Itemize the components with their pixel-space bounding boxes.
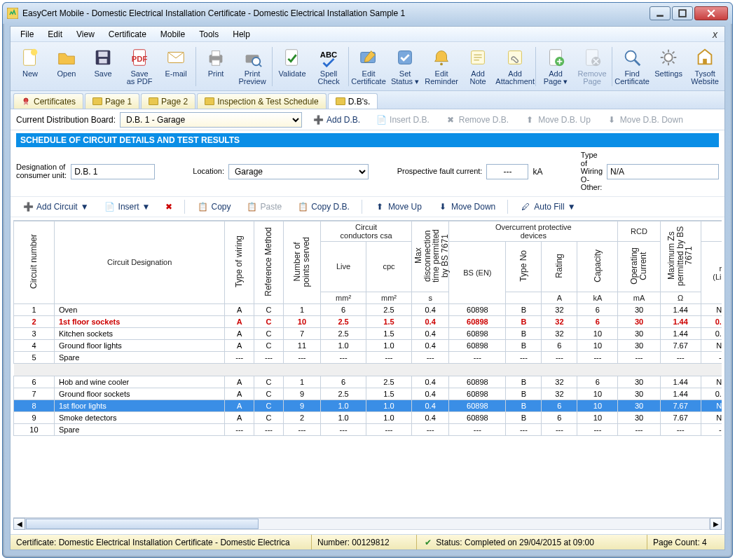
table-row[interactable]: 6Hob and wine coolerAC162.50.460898B3263…	[14, 376, 722, 388]
move-down-button[interactable]: ⬇Move Down	[431, 198, 502, 215]
reminder-button[interactable]: Edit Reminder	[423, 43, 460, 90]
open-button[interactable]: Open	[48, 43, 85, 90]
email-button[interactable]: E-mail	[158, 43, 194, 90]
table-row[interactable]: 7Ground floor socketsAC92.51.50.460898B3…	[14, 388, 722, 399]
col-typeno: Type No	[506, 241, 542, 292]
tabstrip: CertificatesPage 1Page 2Inspection & Tes…	[11, 91, 724, 109]
addnote-button[interactable]: Add Note	[460, 43, 496, 90]
grid-scroll[interactable]: Circuit number Circuit Designation Type …	[13, 220, 722, 517]
svg-rect-1	[657, 15, 664, 16]
settings-button[interactable]: Settings	[650, 43, 687, 90]
menu-mobile[interactable]: Mobile	[153, 28, 192, 41]
addatt-button[interactable]: Add Attachment	[496, 43, 534, 90]
website-label: Tysoft Website	[691, 70, 719, 86]
insert-icon: 📄	[104, 201, 116, 212]
addatt-label: Add Attachment	[495, 70, 535, 86]
menu-file[interactable]: File	[13, 28, 41, 41]
copy-icon: 📋	[197, 201, 208, 212]
col-grp-ocpd: Overcurrent protective devices	[449, 221, 618, 241]
status-button[interactable]: Set Status ▾	[387, 43, 423, 90]
movedown-icon: ⬇	[606, 114, 617, 125]
table-row[interactable]: 5Spare----------------------------------…	[14, 351, 722, 363]
col-cap-u: kA	[577, 292, 618, 303]
designation-label: Designation of consumer unit:	[16, 163, 67, 179]
auto-fill-button[interactable]: 🖊Auto Fill ▼	[514, 198, 582, 215]
wiring-input[interactable]	[607, 164, 719, 179]
paste-button[interactable]: 📋Paste	[240, 198, 289, 215]
addpage-button[interactable]: Add Page ▾	[537, 43, 574, 90]
form-row: Designation of consumer unit: Location: …	[11, 147, 724, 196]
designation-input[interactable]	[71, 164, 155, 179]
app-icon	[7, 8, 18, 19]
close-x-button[interactable]: x	[708, 29, 722, 40]
pfc-input[interactable]	[486, 164, 528, 179]
print-button[interactable]: Print	[198, 43, 234, 90]
svg-rect-12	[212, 50, 219, 56]
copy-db-button[interactable]: 📋Copy D.B.	[291, 198, 356, 215]
move-up-button[interactable]: ⬆Move Up	[368, 198, 428, 215]
current-db-select[interactable]: D.B. 1 - Garage	[120, 112, 302, 128]
movedown-button[interactable]: ⬇Move D.B. Down	[600, 112, 689, 128]
print-label: Print	[208, 70, 224, 78]
table-row[interactable]: 21st floor socketsAC102.51.50.460898B326…	[14, 315, 722, 327]
scroll-left-button[interactable]: ◀	[13, 518, 25, 530]
moveup-button[interactable]: ⬆Move D.B. Up	[518, 112, 597, 128]
menu-view[interactable]: View	[69, 28, 102, 41]
tab-d-b-s-[interactable]: D.B's.	[328, 93, 378, 109]
tab-page-2[interactable]: Page 2	[141, 93, 195, 109]
spell-button[interactable]: ABCSpell Check	[310, 43, 347, 90]
website-button[interactable]: Tysoft Website	[687, 43, 723, 90]
editcert-button[interactable]: Edit Certificate	[350, 43, 387, 90]
savepdf-button[interactable]: PDFSave as PDF	[121, 43, 158, 90]
status-status: Status: Completed on 29/04/2015 at 09:00	[436, 538, 594, 547]
table-row[interactable]: 1OvenAC162.50.460898B326301.44N/A	[14, 303, 722, 315]
insertdb-button[interactable]: 📄Insert D.B.	[369, 112, 436, 128]
adddb-button[interactable]: ➕Add D.B.	[306, 112, 366, 128]
maximize-button[interactable]	[672, 6, 693, 20]
open-label: Open	[57, 70, 76, 78]
tab-page-1[interactable]: Page 1	[85, 93, 139, 109]
pfc-label: Prospective fault current:	[397, 168, 483, 176]
col-designation: Circuit Designation	[54, 221, 224, 303]
folder-icon	[205, 97, 214, 105]
removedb-button[interactable]: ✖Remove D.B.	[439, 112, 515, 128]
validate-button[interactable]: Validate	[274, 43, 310, 90]
copy-button[interactable]: 📋Copy	[191, 198, 237, 215]
close-button[interactable]	[694, 6, 728, 20]
svg-rect-13	[212, 60, 219, 65]
menubar: FileEditViewCertificateMobileToolsHelpx	[11, 27, 724, 42]
circuit-toolbar: ➕Add Circuit ▼ 📄Insert ▼ ✖ 📋Copy 📋Paste …	[11, 196, 724, 217]
table-row[interactable]: 10Spare---------------------------------…	[14, 423, 722, 435]
menu-help[interactable]: Help	[226, 28, 257, 41]
tab-certificates[interactable]: Certificates	[13, 93, 83, 109]
col-grp-rcd: RCD	[618, 221, 660, 241]
delete-circuit-button[interactable]: ✖	[159, 198, 179, 215]
save-button[interactable]: Save	[85, 43, 121, 90]
findcert-button[interactable]: Find Certificate	[614, 43, 650, 90]
location-select[interactable]: Garage	[228, 164, 369, 179]
svg-rect-7	[99, 58, 107, 63]
scroll-right-button[interactable]: ▶	[710, 518, 722, 530]
email-label: E-mail	[165, 70, 186, 78]
table-row[interactable]: 9Smoke detectorsAC21.01.00.460898B610307…	[14, 411, 722, 423]
col-cpc: cpc	[366, 241, 412, 292]
tab-inspection-test-schedule[interactable]: Inspection & Test Schedule	[197, 93, 327, 109]
table-row[interactable]: 4Ground floor lightsAC111.01.00.460898B6…	[14, 339, 722, 351]
removepage-button[interactable]: Remove Page	[574, 43, 610, 90]
preview-button[interactable]: Print Preview	[234, 43, 270, 90]
insert-circuit-button[interactable]: 📄Insert ▼	[98, 198, 157, 215]
minimize-button[interactable]	[650, 6, 671, 20]
db-toolbar: Current Distribution Board: D.B. 1 - Gar…	[11, 109, 724, 130]
scroll-thumb[interactable]	[26, 519, 259, 529]
table-row[interactable]: 81st floor lightsAC91.01.00.460898B61030…	[14, 399, 722, 411]
add-circuit-button[interactable]: ➕Add Circuit ▼	[16, 198, 95, 215]
menu-tools[interactable]: Tools	[192, 28, 226, 41]
menu-certificate[interactable]: Certificate	[102, 28, 153, 41]
col-maxdisc: Max disconnection time permitted by BS 7…	[411, 221, 448, 292]
menu-edit[interactable]: Edit	[41, 28, 69, 41]
horizontal-scrollbar[interactable]: ◀ ▶	[13, 517, 722, 530]
svg-rect-2	[679, 10, 686, 17]
table-row[interactable]: 3Kitchen socketsAC72.51.50.460898B321030…	[14, 327, 722, 339]
new-button[interactable]: New	[12, 43, 48, 90]
status-pages: Page Count: 4	[653, 538, 707, 547]
